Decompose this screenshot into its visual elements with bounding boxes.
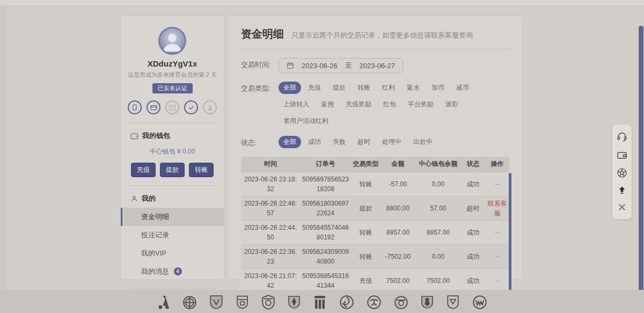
footer-sponsor-strip [0, 290, 644, 313]
member-days-note: 这是您成为多米体育会员的第 2 天 [121, 71, 224, 79]
a-league-logo [157, 294, 170, 310]
sidebar-item-funds-detail[interactable]: 资金明细 [121, 208, 224, 226]
cell-amount: -57.00 [380, 172, 415, 196]
floating-toolbar [612, 125, 632, 219]
cell-action: -- [485, 244, 509, 268]
customer-service-headset-icon[interactable] [617, 132, 627, 142]
cell-time: 2023-06-26 22:46:57 [241, 196, 300, 220]
window-left-strip [0, 6, 7, 313]
cell-balance: 8857.00 [415, 220, 461, 244]
club-crest-13-icon [472, 294, 487, 310]
status-option-failed[interactable]: 失败 [328, 136, 350, 148]
wallet-section-header: 我的钱包 [121, 131, 224, 141]
cell-status: 成功 [461, 172, 485, 196]
cell-order: 509564557404680192 [300, 220, 351, 244]
cell-order: 509569785652318208 [300, 172, 351, 196]
club-crest-3-icon [209, 294, 223, 310]
type-option-all[interactable]: 全部 [279, 82, 301, 94]
type-option-rebate[interactable]: 返水 [402, 82, 425, 94]
col-type: 交易类型 [351, 157, 380, 172]
status-option-paying-out[interactable]: 出款中 [408, 136, 437, 148]
cell-action: -- [485, 220, 509, 244]
col-order: 订单号 [300, 157, 351, 172]
cell-status: 成功 [461, 220, 485, 244]
my-section-label: 我的 [142, 194, 156, 203]
type-option-deposit[interactable]: 充值 [303, 82, 326, 94]
my-section-header: 我的 [121, 194, 224, 203]
sidebar-item-my-vip[interactable]: 我的VIP [121, 244, 224, 263]
table-row: 2023-06-26 22:44:50 509564557404680192 转… [241, 220, 509, 244]
club-crest-9-icon [367, 294, 382, 310]
type-option-commission[interactable]: 返佣 [316, 98, 339, 111]
wallet-icon [130, 132, 138, 140]
deposit-button[interactable]: 充值 [131, 163, 156, 177]
club-crest-5-icon [261, 294, 275, 310]
type-option-platform-reward[interactable]: 平台奖励 [403, 98, 438, 111]
close-icon[interactable] [617, 202, 627, 212]
check-circle-icon[interactable] [184, 100, 198, 114]
football-icon[interactable] [617, 168, 627, 178]
date-filter-label: 交易时间: [241, 58, 279, 70]
user-icon[interactable] [203, 100, 217, 114]
bank-card-icon[interactable] [147, 100, 160, 114]
back-to-top-icon[interactable] [617, 185, 627, 195]
cell-balance: 0.00 [415, 172, 461, 196]
type-option-add-coin[interactable]: 加币 [427, 82, 449, 94]
cell-amount: 8857.00 [380, 220, 415, 244]
page-subtitle: 只显示近两个月的交易记录，如需更多信息请联系客服查询 [291, 31, 473, 40]
cell-type: 转账 [351, 244, 380, 268]
divider [128, 122, 216, 123]
contact-support-link[interactable]: 联系客服 [485, 196, 509, 220]
cell-order: 509562430900940800 [300, 244, 351, 268]
profile-sidebar: XDduzYgV1x 这是您成为多米体育会员的第 2 天 已实名认证 我的钱包 … [121, 16, 224, 279]
status-option-all[interactable]: 全部 [279, 136, 301, 148]
sidebar-item-my-messages[interactable]: 我的消息 4 [121, 263, 224, 281]
type-option-upline-transfer[interactable]: 上级转入 [279, 98, 314, 111]
cell-type: 转账 [351, 172, 380, 196]
table-header-row: 时间 订单号 交易类型 金额 中心钱包余额 状态 操作 [241, 157, 509, 172]
date-from-value[interactable]: 2023-06-26 [302, 62, 338, 70]
messages-count-badge: 4 [174, 267, 182, 275]
table-row: 2023-06-26 23:18:32 509569785652318208 转… [241, 172, 509, 196]
type-filter-label: 交易类型: [241, 82, 279, 93]
avatar[interactable] [158, 27, 186, 55]
status-option-processing[interactable]: 处理中 [377, 136, 406, 148]
cell-status: 超时 [461, 196, 485, 220]
page-scrollbar[interactable] [639, 26, 643, 313]
transaction-type-filter: 全部 充值 提款 转账 红利 返水 加币 减币 上级转入 返佣 充值奖励 红包 … [279, 82, 509, 127]
phone-icon[interactable] [128, 100, 142, 114]
type-option-transfer[interactable]: 转账 [353, 82, 375, 94]
mail-icon[interactable] [165, 100, 179, 114]
type-option-withdraw[interactable]: 提款 [328, 82, 350, 94]
status-option-success[interactable]: 成功 [303, 136, 326, 148]
col-action: 操作 [485, 157, 509, 172]
transfer-button[interactable]: 转账 [189, 163, 214, 177]
type-option-old-user-bonus[interactable]: 老用户活动红利 [279, 115, 333, 127]
cell-status: 成功 [461, 268, 485, 293]
status-option-timeout[interactable]: 超时 [353, 136, 375, 148]
page-title: 资金明细 [241, 27, 284, 41]
verification-icons [121, 100, 224, 114]
cell-balance: 7502.00 [415, 268, 461, 293]
date-to-value[interactable]: 2023-06-27 [360, 62, 396, 70]
wallet-section-label: 我的钱包 [142, 131, 170, 141]
cell-time: 2023-06-26 22:44:50 [241, 220, 300, 244]
cell-action: -- [485, 268, 509, 293]
sidebar-item-bet-records[interactable]: 投注记录 [121, 226, 224, 244]
type-option-deduct-coin[interactable]: 减币 [451, 82, 474, 94]
date-separator: 至 [345, 61, 352, 70]
withdraw-button[interactable]: 提款 [160, 163, 185, 177]
club-crest-11-icon [421, 294, 434, 310]
wallet-icon[interactable] [617, 150, 627, 161]
col-amount: 金额 [380, 157, 415, 172]
club-crest-6-icon [288, 294, 301, 310]
table-row: 2023-06-26 22:36:23 509562430900940800 转… [241, 244, 509, 268]
date-range-picker[interactable]: 2023-06-26 至 2023-06-27 [279, 58, 403, 73]
type-option-payout[interactable]: 派彩 [441, 98, 463, 111]
type-option-deposit-reward[interactable]: 充值奖励 [341, 98, 376, 111]
type-option-bonus[interactable]: 红利 [377, 82, 400, 94]
calendar-icon [287, 62, 294, 69]
user-icon [130, 195, 138, 202]
type-option-red-packet[interactable]: 红包 [378, 98, 401, 111]
club-crest-10-icon [394, 294, 408, 310]
